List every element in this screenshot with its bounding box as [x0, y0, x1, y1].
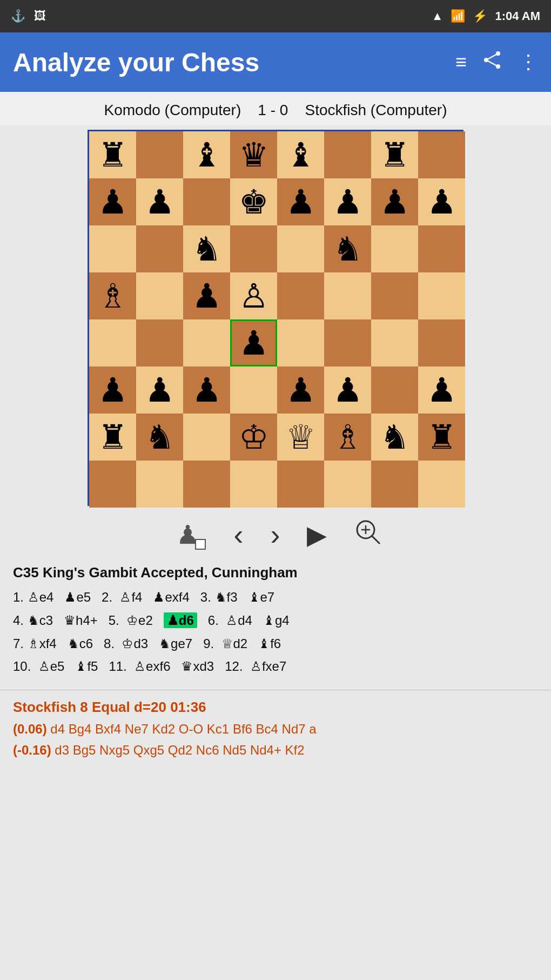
moves-line-2: 4. ♞c3 ♛h4+ 5. ♔e2 ♟d6 6. ♙d4 ♝g4: [13, 610, 538, 632]
cell-a4[interactable]: [89, 319, 136, 366]
cell-a3[interactable]: ♟: [89, 366, 136, 414]
wifi-icon: ▲: [432, 9, 444, 23]
cell-f2[interactable]: ♗: [324, 414, 371, 461]
cell-f4[interactable]: [324, 319, 371, 366]
cell-a1[interactable]: [89, 461, 136, 508]
svg-line-6: [372, 536, 380, 544]
cell-a5[interactable]: ♗: [89, 272, 136, 319]
list-icon[interactable]: ≡: [455, 51, 467, 74]
cell-h2[interactable]: ♜: [418, 414, 465, 461]
play-button[interactable]: ▶: [307, 519, 327, 550]
flip-square-indicator: [195, 539, 206, 550]
cell-c8[interactable]: ♝: [183, 131, 230, 178]
cell-d1[interactable]: [230, 461, 277, 508]
cell-f7[interactable]: ♟: [324, 178, 371, 225]
cell-c1[interactable]: [183, 461, 230, 508]
cell-b7[interactable]: ♟: [136, 178, 183, 225]
cell-h7[interactable]: ♟: [418, 178, 465, 225]
share-icon[interactable]: [483, 50, 502, 75]
cell-b8[interactable]: [136, 131, 183, 178]
cell-h5[interactable]: [418, 272, 465, 319]
piece-f6: ♞: [333, 232, 363, 266]
cell-g4[interactable]: [371, 319, 418, 366]
cell-c2[interactable]: [183, 414, 230, 461]
opening-name: C35 King's Gambit Accepted, Cunningham: [13, 564, 538, 581]
cell-g8[interactable]: ♜: [371, 131, 418, 178]
cell-b3[interactable]: ♟: [136, 366, 183, 414]
highlighted-move: ♟d6: [164, 612, 197, 628]
cell-e7[interactable]: ♟: [277, 178, 324, 225]
piece-b3: ♟: [145, 374, 175, 407]
cell-e4[interactable]: [277, 319, 324, 366]
cell-f3[interactable]: ♟: [324, 366, 371, 414]
piece-g7: ♟: [380, 185, 410, 219]
piece-e3: ♟: [286, 374, 316, 407]
cell-g6[interactable]: [371, 225, 418, 272]
app-bar: Analyze your Chess ≡ ⋮: [0, 32, 551, 92]
cell-h8[interactable]: [418, 131, 465, 178]
piece-f7: ♟: [333, 185, 363, 219]
cell-a8[interactable]: ♜: [89, 131, 136, 178]
cell-b4[interactable]: [136, 319, 183, 366]
cell-e3[interactable]: ♟: [277, 366, 324, 414]
engine-header: Stockfish 8 Equal d=20 01:36: [13, 699, 538, 716]
cell-b2[interactable]: ♞: [136, 414, 183, 461]
cell-d2[interactable]: ♔: [230, 414, 277, 461]
cell-g5[interactable]: [371, 272, 418, 319]
chess-board[interactable]: ♜ ♝ ♛ ♝ ♜ ♟ ♟ ♚ ♟ ♟ ♟ ♟ ♞ ♞ ♗ ♟ ♙: [88, 130, 463, 506]
cell-h4[interactable]: [418, 319, 465, 366]
cell-b6[interactable]: [136, 225, 183, 272]
cell-f8[interactable]: [324, 131, 371, 178]
piece-e8: ♝: [286, 138, 316, 172]
cell-d4-highlight[interactable]: ♟: [230, 319, 277, 366]
cell-b1[interactable]: [136, 461, 183, 508]
cell-g3[interactable]: [371, 366, 418, 414]
cell-e1[interactable]: [277, 461, 324, 508]
cell-d7[interactable]: ♚: [230, 178, 277, 225]
cell-b5[interactable]: [136, 272, 183, 319]
cell-g2[interactable]: ♞: [371, 414, 418, 461]
engine-section: Stockfish 8 Equal d=20 01:36 (0.06) d4 B…: [0, 696, 551, 766]
app-title: Analyze your Chess: [13, 48, 259, 77]
piece-a3: ♟: [98, 374, 128, 407]
piece-d2: ♔: [239, 421, 269, 454]
cell-h3[interactable]: ♟: [418, 366, 465, 414]
cell-a2[interactable]: ♜: [89, 414, 136, 461]
cell-d5[interactable]: ♙: [230, 272, 277, 319]
cell-f6[interactable]: ♞: [324, 225, 371, 272]
next-move-button[interactable]: ›: [271, 518, 280, 551]
svg-line-4: [486, 60, 498, 66]
flip-board-button[interactable]: ♟: [169, 518, 207, 551]
cell-c3[interactable]: ♟: [183, 366, 230, 414]
cell-c7[interactable]: [183, 178, 230, 225]
cell-a7[interactable]: ♟: [89, 178, 136, 225]
cell-c6[interactable]: ♞: [183, 225, 230, 272]
more-icon[interactable]: ⋮: [519, 51, 538, 74]
cell-c5[interactable]: ♟: [183, 272, 230, 319]
cell-g1[interactable]: [371, 461, 418, 508]
game-info: Komodo (Computer) 1 - 0 Stockfish (Compu…: [0, 92, 551, 125]
controls-bar: ♟ ‹ › ▶: [0, 508, 551, 557]
piece-h3: ♟: [427, 374, 457, 407]
cell-e8[interactable]: ♝: [277, 131, 324, 178]
clock: 1:04 AM: [495, 9, 540, 23]
cell-f1[interactable]: [324, 461, 371, 508]
app-bar-icons: ≡ ⋮: [455, 50, 538, 75]
zoom-button[interactable]: [354, 518, 382, 551]
prev-move-button[interactable]: ‹: [234, 518, 244, 551]
cell-g7[interactable]: ♟: [371, 178, 418, 225]
cell-c4[interactable]: [183, 319, 230, 366]
cell-d3[interactable]: [230, 366, 277, 414]
cell-f5[interactable]: [324, 272, 371, 319]
cell-a6[interactable]: [89, 225, 136, 272]
cell-h6[interactable]: [418, 225, 465, 272]
piece-c5: ♟: [192, 279, 222, 313]
moves-line-1: 1. ♙e4 ♟e5 2. ♙f4 ♟exf4 3. ♞f3 ♝e7: [13, 586, 538, 609]
cell-e5[interactable]: [277, 272, 324, 319]
cell-e2[interactable]: ♕: [277, 414, 324, 461]
white-player: Komodo (Computer): [104, 102, 241, 118]
cell-d6[interactable]: [230, 225, 277, 272]
cell-h1[interactable]: [418, 461, 465, 508]
cell-d8[interactable]: ♛: [230, 131, 277, 178]
cell-e6[interactable]: [277, 225, 324, 272]
